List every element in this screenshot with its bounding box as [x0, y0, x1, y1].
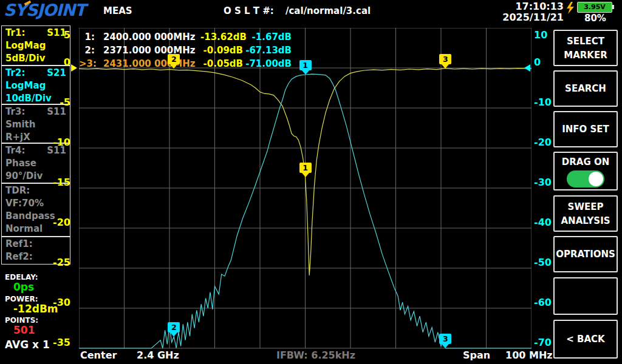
marker1-freq: 2400.000 000MHz: [103, 30, 200, 44]
left-axis-label-0: 0: [46, 56, 70, 68]
marker2-freq: 2371.000 000MHz: [103, 44, 200, 57]
points-label: POINTS:: [5, 316, 38, 325]
battery-tip: [612, 5, 614, 9]
marker1-s21: -1.67dB: [243, 30, 292, 44]
marker-readout: 1: 2400.000 000MHz -13.62dB -1.67dB 2: 2…: [79, 30, 292, 70]
avg-value[interactable]: AVG x 1: [5, 339, 50, 351]
marker-flag-3[interactable]: 3: [439, 54, 451, 69]
marker3-freq: 2431.000 000MHz: [103, 57, 200, 70]
marker-row-2: 2: 2371.000 000MHz -0.09dB -67.13dB: [79, 44, 292, 57]
left-axis-label--15: -15: [46, 177, 70, 188]
tdr-box[interactable]: TDR: VF:70% Bandpass Normal: [1, 183, 70, 237]
power-label: POWER:: [5, 295, 38, 303]
marker-row-1: 1: 2400.000 000MHz -13.62dB -1.67dB: [79, 30, 292, 44]
sweep-analysis-line2: ANALYSIS: [561, 215, 610, 226]
marker-flag-1[interactable]: 1: [299, 163, 312, 177]
sweep-analysis-button[interactable]: SWEEP ANALYSIS: [553, 195, 618, 232]
left-axis-label--35: -35: [46, 337, 70, 348]
select-marker-button[interactable]: SELECT MARKER: [553, 30, 618, 66]
vna-screen: SYSJOINT MEAS O S L T #: /cal/normal/3.c…: [0, 0, 622, 364]
trace3-format: Smith: [2, 118, 70, 131]
marker-row-3-active: >3: 2431.000 000MHz -0.05dB -71.00dB: [79, 57, 292, 70]
search-label: SEARCH: [565, 83, 606, 94]
oslt-cal-status-label: O S L T #:: [224, 5, 274, 16]
s21-ref-level-arrow-icon[interactable]: [524, 64, 530, 72]
edelay-value[interactable]: 0ps: [13, 281, 34, 293]
marker2-id: 2:: [79, 44, 95, 57]
edelay-label: EDELAY:: [5, 273, 38, 281]
info-set-label: INFO SET: [562, 124, 609, 135]
marker-flag-3[interactable]: 3: [439, 334, 451, 348]
left-axis-label--25: -25: [46, 257, 70, 268]
marker2-s21: -67.13dB: [243, 44, 292, 57]
points-value[interactable]: 501: [13, 324, 35, 336]
marker1-id: 1:: [79, 30, 95, 44]
sysjoint-logo: SYSJOINT: [4, 1, 86, 19]
info-set-button[interactable]: INFO SET: [553, 111, 618, 147]
clock: 17:10:13 2025/11/21: [501, 1, 564, 23]
trace4-name: Tr4:: [5, 144, 25, 157]
marker3-s11: -0.05dB: [200, 57, 243, 70]
ifbw-value: IFBW: 6.25kHz: [261, 349, 371, 361]
left-axis-label--5: -5: [46, 96, 70, 108]
drag-on-button[interactable]: DRAG ON: [553, 152, 618, 190]
battery-percent: 80%: [584, 13, 606, 24]
back-label: < BACK: [566, 334, 604, 345]
search-button[interactable]: SEARCH: [553, 70, 618, 107]
tdr-vf: VF:70%: [2, 197, 70, 210]
trace4-format: Phase: [2, 157, 70, 170]
empty-button[interactable]: [553, 277, 618, 315]
left-axis-label--20: -20: [46, 217, 70, 228]
marker-flag-1[interactable]: 1: [299, 60, 312, 75]
s11-ref-level-arrow-icon[interactable]: [71, 64, 77, 72]
left-axis-label--10: -10: [46, 136, 70, 148]
marker3-s21: -71.00dB: [243, 57, 292, 70]
trace1-name: Tr1:: [5, 27, 25, 39]
trace3-name: Tr3:: [5, 106, 25, 118]
left-axis-label--30: -30: [46, 297, 70, 308]
span-label: Span: [463, 349, 490, 361]
marker3-id: >3:: [79, 57, 95, 70]
marker-flag-2[interactable]: 2: [168, 54, 180, 69]
left-axis-label-5: 5: [46, 29, 70, 41]
cal-file-path: /cal/normal/3.cal: [285, 5, 371, 16]
marker-flag-2[interactable]: 2: [168, 322, 180, 337]
trace2-format: LogMag: [2, 79, 70, 92]
ref1-label: Ref1:: [2, 238, 70, 251]
charging-bolt-icon: [566, 2, 575, 14]
drag-on-label: DRAG ON: [562, 157, 609, 167]
date-text: 2025/11/21: [501, 12, 564, 23]
marker1-s11: -13.62dB: [200, 30, 243, 44]
select-marker-line2: MARKER: [564, 50, 607, 61]
battery-icon: 3.95V: [577, 2, 612, 13]
marker2-s11: -0.09dB: [200, 44, 243, 57]
span-value[interactable]: 100 MHz: [505, 349, 553, 361]
drag-toggle-switch[interactable]: [567, 170, 604, 187]
back-button[interactable]: < BACK: [553, 320, 618, 359]
trace1-format: LogMag: [2, 39, 70, 52]
oprations-label: OPRATIONS: [556, 249, 615, 260]
plot-svg: [79, 28, 531, 349]
oprations-button[interactable]: OPRATIONS: [553, 236, 618, 272]
center-value[interactable]: 2.4 GHz: [137, 349, 179, 361]
select-marker-line1: SELECT: [567, 36, 604, 47]
meas-mode-label[interactable]: MEAS: [103, 5, 132, 16]
trace2-name: Tr2:: [5, 67, 25, 79]
center-label: Center: [80, 349, 117, 361]
sweep-analysis-line1: SWEEP: [568, 201, 604, 212]
time-text: 17:10:13: [501, 1, 564, 12]
trace2-param: S21: [47, 67, 66, 79]
toggle-knob: [589, 172, 603, 186]
plot-area[interactable]: 123123: [79, 28, 531, 349]
